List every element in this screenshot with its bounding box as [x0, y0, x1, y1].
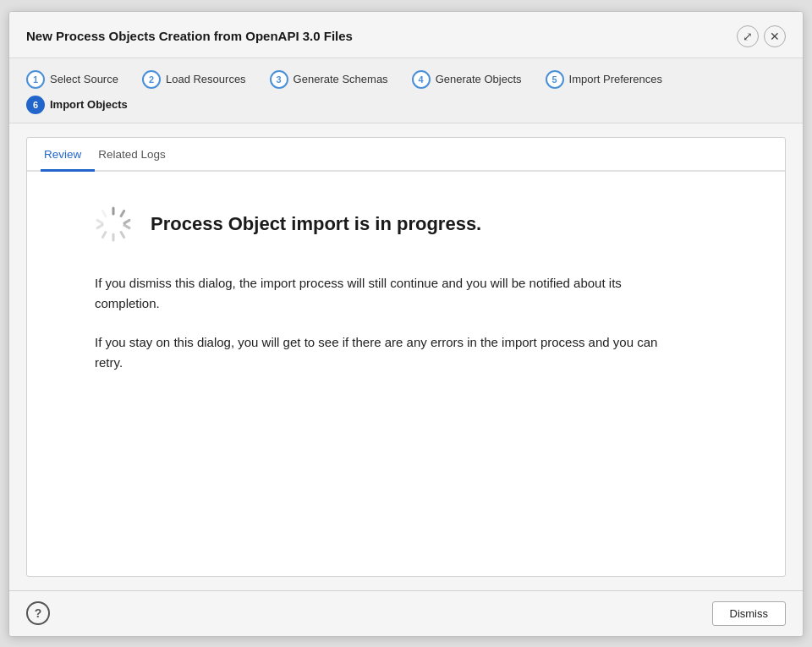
svg-line-9 — [102, 211, 106, 216]
help-button[interactable]: ? — [26, 601, 50, 625]
tab-related-logs[interactable]: Related Logs — [95, 138, 179, 172]
step-2[interactable]: 2 Load Resources — [142, 70, 246, 89]
step-6[interactable]: 6 Import Objects — [26, 96, 128, 114]
dialog: New Process Objects Creation from OpenAP… — [8, 11, 804, 637]
title-bar: New Process Objects Creation from OpenAP… — [9, 12, 803, 58]
tab-content-review: Process Object import is in progress. If… — [27, 172, 785, 425]
title-actions: ⤢ ✕ — [737, 25, 786, 47]
svg-line-4 — [121, 232, 124, 237]
step-4[interactable]: 4 Generate Objects — [412, 70, 522, 89]
svg-line-3 — [124, 225, 129, 228]
step-label-3: Generate Schemas — [294, 73, 388, 85]
step-circle-6: 6 — [26, 96, 45, 114]
info-paragraph-2: If you stay on this dialog, you will get… — [95, 332, 687, 373]
svg-line-6 — [102, 232, 106, 237]
step-1[interactable]: 1 Select Source — [26, 70, 118, 89]
step-label-6: Import Objects — [50, 98, 128, 111]
tab-review[interactable]: Review — [41, 138, 95, 172]
step-label-4: Generate Objects — [436, 73, 522, 85]
step-label-2: Load Resources — [166, 73, 246, 85]
svg-line-2 — [124, 220, 129, 223]
steps-bar: 1 Select Source 2 Load Resources 3 Gener… — [9, 58, 803, 123]
step-5[interactable]: 5 Import Preferences — [546, 70, 663, 89]
dialog-title: New Process Objects Creation from OpenAP… — [26, 29, 353, 43]
step-circle-4: 4 — [412, 70, 431, 89]
step-label-5: Import Preferences — [569, 73, 663, 85]
expand-button[interactable]: ⤢ — [737, 25, 759, 47]
step-circle-1: 1 — [26, 70, 45, 89]
svg-line-1 — [121, 211, 124, 216]
dismiss-button[interactable]: Dismiss — [712, 601, 787, 626]
step-label-1: Select Source — [50, 73, 118, 85]
step-circle-5: 5 — [546, 70, 564, 89]
close-button[interactable]: ✕ — [764, 25, 786, 47]
import-status: Process Object import is in progress. — [95, 206, 734, 243]
info-paragraph-1: If you dismiss this dialog, the import p… — [95, 273, 687, 314]
spinner-icon — [95, 206, 132, 243]
step-circle-3: 3 — [270, 70, 288, 89]
status-heading: Process Object import is in progress. — [151, 213, 481, 235]
step-circle-2: 2 — [142, 70, 161, 89]
content-area: Review Related Logs — [26, 137, 786, 577]
svg-line-8 — [97, 220, 102, 223]
step-3[interactable]: 3 Generate Schemas — [270, 70, 388, 89]
footer: ? Dismiss — [9, 590, 803, 636]
svg-line-7 — [97, 225, 102, 228]
tabs: Review Related Logs — [27, 138, 785, 172]
